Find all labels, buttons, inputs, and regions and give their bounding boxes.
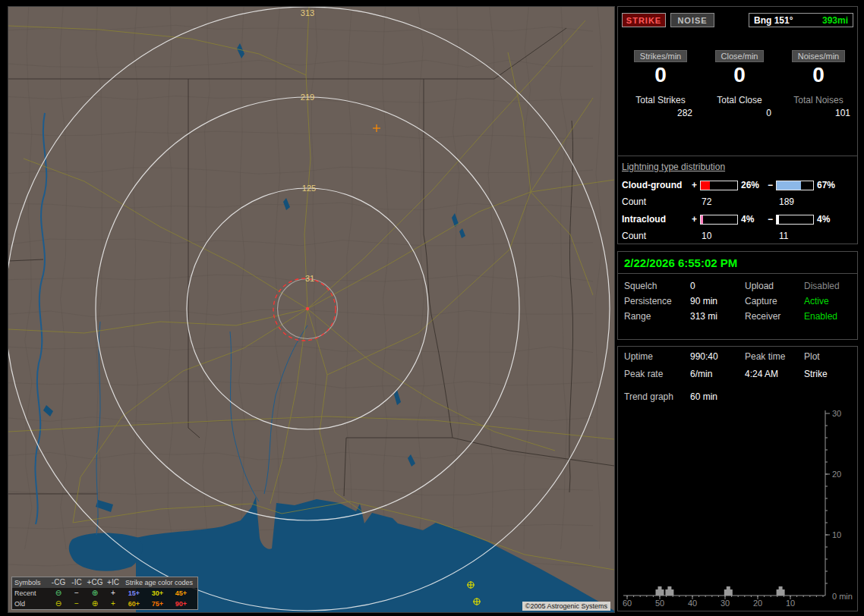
strikes-per-min-label: Strikes/min xyxy=(634,50,687,62)
minus-bar xyxy=(776,181,814,190)
pos-ic-symbol: + xyxy=(104,600,122,608)
intracloud-counts: Count 10 11 xyxy=(618,231,857,241)
legend-col-neg-ic: -IC xyxy=(68,579,86,586)
ring-label-31: 31 xyxy=(305,274,314,283)
settings-panel: 2/22/2026 6:55:02 PM Squelch 0 Upload Di… xyxy=(617,251,858,340)
distribution-row-cloud-ground: Cloud-ground + 26% − 67% xyxy=(618,180,857,192)
plot-value: Strike xyxy=(804,369,828,379)
plus-count: 10 xyxy=(702,231,711,241)
svg-text:20: 20 xyxy=(832,470,841,479)
close-per-min-column: Close/min 0 Total Close 0 xyxy=(700,49,779,118)
svg-text:10: 10 xyxy=(832,530,841,539)
pos-ic-symbol: + xyxy=(104,589,122,597)
plus-bar xyxy=(700,181,738,190)
total-close-value: 0 xyxy=(700,108,779,118)
map-area[interactable]: 313 219 125 31 Symbols -CG -IC +CG +IC S… xyxy=(8,6,615,613)
settings-row-persistence: Persistence 90 min Capture Active xyxy=(624,296,854,311)
svg-text:20: 20 xyxy=(753,599,762,608)
capture-status: Active xyxy=(804,296,829,306)
age-code: 30+ xyxy=(146,589,169,597)
settings-grid: Squelch 0 Upload Disabled Persistence 90… xyxy=(624,281,854,326)
minus-count: 11 xyxy=(779,231,788,241)
svg-text:50: 50 xyxy=(655,599,664,608)
svg-text:30: 30 xyxy=(832,409,841,418)
minus-sign: − xyxy=(768,180,773,190)
svg-text:40: 40 xyxy=(688,599,697,608)
count-label: Count xyxy=(622,231,646,241)
receiver-label: Receiver xyxy=(745,311,780,322)
legend-row-label: Old xyxy=(12,600,49,608)
minus-bar-fill xyxy=(777,215,779,224)
trend-bars xyxy=(656,586,785,596)
row-label: Cloud-ground xyxy=(622,180,682,190)
noise-button[interactable]: NOISE xyxy=(670,13,714,27)
plus-count: 72 xyxy=(702,196,711,207)
total-noises-label: Total Noises xyxy=(779,95,858,105)
settings-row-range: Range 313 mi Receiver Enabled xyxy=(624,311,854,326)
plus-bar-fill xyxy=(701,181,710,190)
lightning-map[interactable]: 313 219 125 31 xyxy=(8,7,614,612)
close-per-min-label: Close/min xyxy=(715,50,765,62)
persistence-value: 90 min xyxy=(690,296,717,306)
noises-per-min-column: Noises/min 0 Total Noises 101 xyxy=(779,49,858,118)
minus-percent: 67% xyxy=(817,180,835,190)
noises-per-min-value: 0 xyxy=(779,64,858,87)
peak-time-label: Peak time xyxy=(745,351,785,362)
squelch-value: 0 xyxy=(690,281,695,291)
distribution-title: Lightning type distribution xyxy=(622,162,857,172)
plus-percent: 26% xyxy=(741,180,759,190)
trend-graph-label: Trend graph xyxy=(624,391,673,402)
uptime-row: Uptime 990:40 Peak time Plot xyxy=(624,351,854,369)
legend-age-header: Strike age color codes xyxy=(122,579,197,586)
upload-label: Upload xyxy=(745,281,774,291)
trend-chart: 302010605040302010 0 min xyxy=(618,403,859,612)
datetime-display: 2/22/2026 6:55:02 PM xyxy=(618,252,857,274)
stats-panel: STRIKE NOISE Bng 151° 393mi Strikes/min … xyxy=(617,6,858,244)
stormvue-app: 313 219 125 31 Symbols -CG -IC +CG +IC S… xyxy=(0,0,864,616)
minus-percent: 4% xyxy=(817,214,830,225)
upload-status: Disabled xyxy=(804,281,840,291)
age-code: 15+ xyxy=(122,589,146,597)
plus-sign: + xyxy=(692,180,697,190)
age-code: 45+ xyxy=(169,589,193,597)
minus-bar xyxy=(776,215,814,225)
copyright-notice: ©2005 Astrogenic Systems xyxy=(522,602,610,611)
trend-panel: Uptime 990:40 Peak time Plot Peak rate 6… xyxy=(617,346,858,611)
peak-rate-value: 6/min xyxy=(690,369,712,379)
total-strikes-value: 282 xyxy=(621,108,700,118)
legend-col-pos-cg: +CG xyxy=(86,579,104,586)
svg-text:10: 10 xyxy=(786,599,795,608)
svg-text:30: 30 xyxy=(721,599,730,608)
legend-col-neg-cg: -CG xyxy=(49,579,68,586)
total-close-label: Total Close xyxy=(700,95,779,105)
trend-axes xyxy=(623,410,830,599)
plus-percent: 4% xyxy=(741,214,754,225)
bearing-value: Bng 151° xyxy=(754,15,793,26)
cloud-ground-counts: Count 72 189 xyxy=(618,196,857,207)
legend-row-old: Old ⊖ − ⊕ + 60+ 75+ 90+ xyxy=(12,599,197,609)
peak-time-value: 4:24 AM xyxy=(745,369,778,379)
bearing-display: Bng 151° 393mi xyxy=(749,13,853,27)
peak-rate-row: Peak rate 6/min 4:24 AM Strike xyxy=(624,369,854,386)
lightning-distribution-section: Lightning type distribution Cloud-ground… xyxy=(618,156,857,248)
strikes-per-min-value: 0 xyxy=(621,64,700,87)
ring-label-313: 313 xyxy=(301,8,314,17)
age-code: 60+ xyxy=(122,600,146,608)
minus-sign: − xyxy=(768,214,773,225)
trend-graph-window: 60 min xyxy=(690,391,717,402)
ring-label-219: 219 xyxy=(301,93,314,102)
legend-row-recent: Recent ⊖ − ⊕ + 15+ 30+ 45+ xyxy=(12,588,197,599)
svg-text:60: 60 xyxy=(623,599,632,608)
receiver-marker xyxy=(306,307,309,310)
uptime-label: Uptime xyxy=(624,351,653,362)
persistence-label: Persistence xyxy=(624,296,672,306)
trend-origin-label: 0 min xyxy=(832,592,853,601)
strike-button[interactable]: STRIKE xyxy=(622,13,666,27)
ring-label-125: 125 xyxy=(302,184,316,193)
plot-label: Plot xyxy=(804,351,820,362)
row-label: Intracloud xyxy=(622,214,666,225)
neg-cg-symbol: ⊖ xyxy=(49,589,68,597)
range-label: Range xyxy=(624,311,651,322)
minus-count: 189 xyxy=(779,196,794,207)
plus-bar-fill xyxy=(701,215,703,224)
